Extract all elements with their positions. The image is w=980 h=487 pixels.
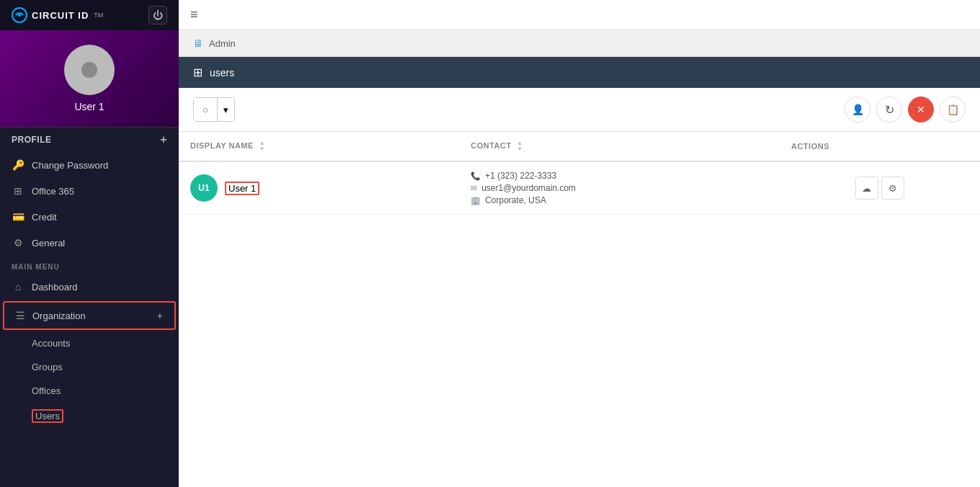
users-table: DISPLAY NAME ▲▼ CONTACT ▲▼ ACTIONS	[179, 132, 980, 215]
contact-location: Corporate, USA	[485, 195, 546, 205]
sidebar-item-general[interactable]: ⚙ General	[0, 230, 179, 256]
user-avatar: U1	[190, 174, 218, 202]
logo-icon	[12, 7, 27, 23]
sort-icon[interactable]: ▲▼	[517, 140, 522, 152]
status-main-button[interactable]: ○	[194, 98, 217, 121]
profile-add-button[interactable]: +	[160, 133, 167, 146]
contact-location-row: 🏢 Corporate, USA	[471, 195, 768, 205]
table-area: DISPLAY NAME ▲▼ CONTACT ▲▼ ACTIONS	[179, 132, 980, 487]
toolbar-right: 👤 ↻ ✕ 📋	[845, 97, 966, 122]
breadcrumb-text: Admin	[209, 38, 236, 49]
gear-icon: ⚙	[12, 237, 24, 249]
sidebar-item-users[interactable]: Users	[0, 403, 179, 429]
sidebar-item-label: Credit	[32, 212, 57, 223]
circuit-logo: CIRCUIT ID TM	[12, 7, 103, 23]
home-icon: ⌂	[12, 281, 24, 292]
page-header: ⊞ users	[179, 57, 980, 88]
sidebar-sub-label: Accounts	[32, 338, 70, 349]
th-display-name-label: DISPLAY NAME	[190, 141, 254, 150]
page-title: users	[210, 67, 234, 79]
export-button[interactable]: 👤	[845, 97, 870, 122]
toolbar-left: ○ ▾	[193, 97, 235, 122]
td-actions: ☁ ⚙	[780, 161, 980, 215]
sidebar-item-label: Change Password	[32, 160, 108, 171]
contact-info: 📞 +1 (323) 222-3333 ✉ user1@yourdomain.c…	[471, 171, 768, 205]
sidebar-item-offices[interactable]: Offices	[0, 379, 179, 403]
table-header: DISPLAY NAME ▲▼ CONTACT ▲▼ ACTIONS	[179, 132, 980, 161]
user-profile-area: User 1	[0, 30, 179, 127]
clipboard-icon: 📋	[947, 104, 959, 115]
td-contact: 📞 +1 (323) 222-3333 ✉ user1@yourdomain.c…	[459, 161, 780, 215]
gear-settings-icon: ⚙	[888, 183, 897, 194]
cloud-icon: ☁	[862, 183, 871, 194]
impersonate-button[interactable]: ☁	[855, 177, 878, 200]
th-contact-label: CONTACT	[471, 141, 511, 150]
sidebar-sub-label: Users	[32, 409, 63, 423]
table-row: U1 User 1 📞 +1 (323) 222-3333	[179, 161, 980, 215]
hamburger-menu[interactable]: ≡	[190, 7, 198, 22]
table-body: U1 User 1 📞 +1 (323) 222-3333	[179, 161, 980, 215]
user-name: User 1	[74, 101, 104, 112]
contact-phone-row: 📞 +1 (323) 222-3333	[471, 171, 768, 181]
contact-phone: +1 (323) 222-3333	[485, 171, 556, 181]
sidebar-item-change-password[interactable]: 🔑 Change Password	[0, 152, 179, 178]
person-icon: 👤	[852, 104, 864, 115]
settings-button[interactable]: ⚙	[881, 177, 904, 200]
sidebar-item-label: Dashboard	[32, 282, 78, 292]
status-dropdown-button[interactable]: ▾	[217, 98, 234, 121]
sidebar-item-organization[interactable]: ☰ Organization +	[3, 301, 176, 330]
sidebar-item-label: Office 365	[32, 186, 74, 197]
building-icon: 🏢	[471, 196, 481, 205]
refresh-icon: ↻	[885, 103, 894, 117]
display-name-text: User 1	[225, 182, 259, 195]
windows-icon: ⊞	[12, 185, 24, 197]
delete-button[interactable]: ✕	[908, 97, 934, 122]
logo-text: CIRCUIT ID	[32, 10, 89, 21]
org-left: ☰ Organization	[16, 310, 86, 321]
th-contact: CONTACT ▲▼	[459, 132, 780, 161]
sidebar-sub-label: Offices	[32, 385, 61, 396]
status-button-group: ○ ▾	[193, 97, 235, 122]
phone-icon: 📞	[471, 171, 481, 181]
breadcrumb: 🖥 Admin	[179, 30, 980, 57]
user-initials: U1	[198, 183, 209, 193]
refresh-button[interactable]: ↻	[876, 97, 902, 122]
sidebar-header: CIRCUIT ID TM	[0, 0, 179, 30]
contact-email-row: ✉ user1@yourdomain.com	[471, 183, 768, 193]
td-display-name: U1 User 1	[179, 161, 459, 215]
table-icon: ⊞	[193, 66, 202, 79]
avatar	[64, 45, 115, 95]
sidebar-sub-label: Groups	[32, 362, 63, 372]
main-content: ≡ 🖥 Admin ⊞ users ○ ▾ 👤 ↻	[179, 0, 980, 487]
main-menu-label: MAIN MENU	[0, 256, 179, 274]
chevron-down-icon: ▾	[223, 104, 228, 115]
breadcrumb-icon: 🖥	[193, 37, 203, 49]
actions-group: ☁ ⚙	[791, 177, 968, 200]
sort-icon[interactable]: ▲▼	[259, 140, 264, 152]
key-icon: 🔑	[12, 159, 24, 171]
contact-email: user1@yourdomain.com	[481, 183, 576, 193]
sidebar-item-groups[interactable]: Groups	[0, 355, 179, 379]
th-display-name: DISPLAY NAME ▲▼	[179, 132, 459, 161]
organization-add-button[interactable]: +	[157, 310, 163, 321]
sidebar-item-credit[interactable]: 💳 Credit	[0, 204, 179, 230]
th-actions-label: ACTIONS	[791, 142, 829, 151]
sidebar-item-office-365[interactable]: ⊞ Office 365	[0, 178, 179, 204]
sidebar-item-label: General	[32, 238, 65, 249]
topbar: ≡	[179, 0, 980, 30]
list-icon: ☰	[16, 310, 25, 321]
power-button[interactable]	[148, 6, 167, 24]
status-icon: ○	[202, 104, 208, 115]
sidebar-item-accounts[interactable]: Accounts	[0, 331, 179, 355]
clipboard-button[interactable]: 📋	[940, 97, 966, 122]
email-icon: ✉	[471, 184, 477, 193]
close-icon: ✕	[917, 104, 925, 115]
sidebar-item-dashboard[interactable]: ⌂ Dashboard	[0, 274, 179, 300]
svg-point-1	[18, 14, 21, 17]
toolbar: ○ ▾ 👤 ↻ ✕ 📋	[179, 88, 980, 132]
credit-icon: 💳	[12, 211, 24, 223]
sidebar: CIRCUIT ID TM User 1 Profile + 🔑 Change …	[0, 0, 179, 487]
profile-label: Profile	[12, 135, 52, 145]
profile-section-header: Profile +	[0, 127, 179, 152]
th-actions: ACTIONS	[780, 132, 980, 161]
